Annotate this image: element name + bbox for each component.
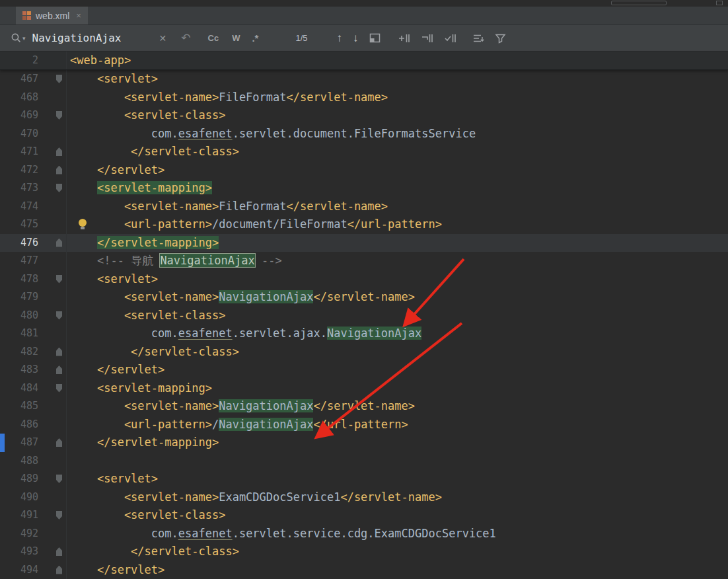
remove-occurrence-icon[interactable]	[421, 33, 433, 44]
code-text[interactable]: </servlet-mapping>	[67, 434, 219, 452]
select-all-occurrences-icon[interactable]	[444, 33, 456, 44]
code-line[interactable]: 469 <servlet-class>	[0, 106, 728, 125]
line-number[interactable]: 481	[0, 325, 38, 343]
code-line[interactable]: 482 </servlet-class>	[0, 343, 728, 362]
code-text[interactable]: </servlet-mapping>	[67, 234, 219, 252]
gutter[interactable]	[38, 379, 67, 398]
code-line[interactable]: 486 <url-pattern>/NavigationAjax</url-pa…	[0, 416, 728, 434]
code-line[interactable]: 479 <servlet-name>NavigationAjax</servle…	[0, 288, 728, 307]
fold-marker-icon[interactable]	[56, 184, 62, 192]
code-text[interactable]: <servlet-name>NavigationAjax</servlet-na…	[67, 288, 415, 307]
search-history-icon[interactable]: ↶	[181, 31, 190, 45]
code-text[interactable]: <url-pattern>/NavigationAjax</url-patter…	[67, 416, 408, 434]
code-text[interactable]: </servlet-class>	[67, 143, 239, 161]
code-text[interactable]: <url-pattern>/document/FileFormat</url-p…	[67, 215, 442, 234]
line-number[interactable]: 483	[0, 361, 38, 379]
code-text[interactable]: <servlet-name>ExamCDGDocService1</servle…	[67, 488, 442, 507]
line-number[interactable]: 474	[0, 198, 38, 216]
fold-marker-icon[interactable]	[56, 275, 62, 284]
gutter[interactable]	[38, 89, 67, 107]
fold-marker-icon[interactable]	[56, 166, 62, 174]
editor[interactable]: 467 <servlet>468 <servlet-name>FileForma…	[0, 70, 728, 579]
gutter[interactable]	[38, 307, 67, 325]
code-line[interactable]: 473 <servlet-mapping>	[0, 179, 728, 198]
gutter[interactable]	[38, 470, 67, 488]
open-in-find-window-icon[interactable]	[369, 33, 381, 43]
gutter[interactable]	[38, 215, 67, 234]
line-number[interactable]: 482	[0, 343, 38, 362]
code-line[interactable]: 491 <servlet-class>	[0, 506, 728, 525]
code-line[interactable]: 477 <!-- 导航 NavigationAjax -->	[0, 252, 728, 270]
code-text[interactable]: <!-- 导航 NavigationAjax -->	[67, 252, 282, 270]
code-line[interactable]: 488	[0, 452, 728, 471]
code-line[interactable]: 485 <servlet-name>NavigationAjax</servle…	[0, 397, 728, 416]
fold-marker-icon[interactable]	[56, 111, 62, 120]
search-settings-icon[interactable]	[472, 33, 484, 44]
gutter[interactable]	[38, 506, 67, 525]
fold-marker-icon[interactable]	[56, 511, 62, 520]
line-number[interactable]: 492	[0, 525, 38, 543]
code-line[interactable]: 478 <servlet>	[0, 270, 728, 289]
code-text[interactable]: <servlet-mapping>	[67, 379, 212, 398]
code-line[interactable]: 472 </servlet>	[0, 161, 728, 180]
line-number[interactable]: 470	[0, 125, 38, 143]
words-toggle[interactable]: W	[232, 33, 240, 43]
gutter[interactable]	[38, 543, 67, 561]
line-number[interactable]: 475	[0, 215, 38, 234]
gutter[interactable]	[38, 397, 67, 416]
gutter[interactable]	[38, 325, 67, 343]
code-line[interactable]: 480 <servlet-class>	[0, 307, 728, 325]
line-number[interactable]: 489	[0, 470, 38, 488]
fold-marker-icon[interactable]	[56, 475, 62, 483]
code-text[interactable]: <servlet-name>FileFormat</servlet-name>	[67, 89, 388, 107]
line-number[interactable]: 478	[0, 270, 38, 289]
code-line[interactable]: 489 <servlet>	[0, 470, 728, 488]
code-line[interactable]: 467 <servlet>	[0, 70, 728, 89]
code-text[interactable]: </servlet-class>	[67, 343, 239, 362]
code-line[interactable]: 481 com.esafenet.servlet.ajax.Navigation…	[0, 325, 728, 343]
gutter[interactable]	[38, 525, 67, 543]
line-number[interactable]: 477	[0, 252, 38, 270]
line-number[interactable]: 490	[0, 488, 38, 507]
pinned-code-text[interactable]: <web-app>	[70, 54, 131, 67]
code-text[interactable]: <servlet-mapping>	[67, 179, 212, 198]
fold-marker-icon[interactable]	[56, 547, 62, 556]
gutter[interactable]	[38, 288, 67, 307]
code-text[interactable]: <servlet-class>	[67, 106, 225, 125]
line-number[interactable]: 485	[0, 397, 38, 416]
code-line[interactable]: 470 com.esafenet.servlet.document.FileFo…	[0, 125, 728, 143]
code-line[interactable]: 492 com.esafenet.servlet.service.cdg.Exa…	[0, 525, 728, 543]
fold-marker-icon[interactable]	[56, 566, 62, 574]
regex-toggle[interactable]: .*	[252, 32, 258, 44]
code-text[interactable]: <servlet-class>	[67, 307, 225, 325]
line-number[interactable]: 476	[0, 234, 38, 252]
code-line[interactable]: 483 </servlet>	[0, 361, 728, 379]
line-number[interactable]: 487	[0, 434, 38, 452]
code-text[interactable]: <servlet>	[67, 470, 158, 488]
line-number[interactable]: 472	[0, 161, 38, 180]
code-text[interactable]: com.esafenet.servlet.service.cdg.ExamCDG…	[67, 525, 496, 543]
code-text[interactable]: <servlet>	[67, 70, 158, 89]
code-text[interactable]: </servlet>	[67, 561, 164, 579]
search-input[interactable]	[32, 32, 157, 44]
line-number[interactable]: 480	[0, 307, 38, 325]
code-text[interactable]: <servlet-name>NavigationAjax</servlet-na…	[67, 397, 415, 416]
code-text[interactable]: <servlet-class>	[67, 506, 225, 525]
code-line[interactable]: 487 </servlet-mapping>	[0, 434, 728, 452]
intention-bulb-icon[interactable]	[79, 219, 87, 227]
code-line[interactable]: 494 </servlet>	[0, 561, 728, 579]
code-text[interactable]: </servlet>	[67, 361, 164, 379]
filter-icon[interactable]	[495, 33, 506, 44]
line-number[interactable]: 467	[0, 70, 38, 89]
gutter[interactable]	[38, 270, 67, 289]
line-number[interactable]: 473	[0, 179, 38, 198]
pinned-line[interactable]: 2 <web-app>	[0, 52, 728, 70]
next-match-button[interactable]: ↓	[353, 32, 359, 45]
fold-marker-icon[interactable]	[56, 311, 62, 320]
gutter[interactable]	[38, 143, 67, 161]
fold-marker-icon[interactable]	[56, 384, 62, 393]
gutter[interactable]	[38, 125, 67, 143]
gutter[interactable]	[38, 416, 67, 434]
gutter[interactable]	[38, 179, 67, 198]
line-number[interactable]: 484	[0, 379, 38, 398]
